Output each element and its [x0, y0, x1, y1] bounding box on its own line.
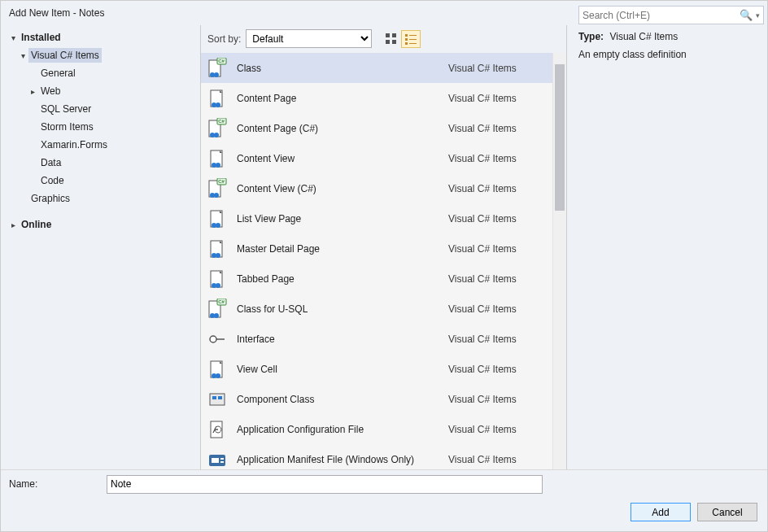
template-icon — [206, 328, 229, 351]
template-icon — [206, 448, 229, 470]
template-category: Visual C# Items — [448, 334, 546, 345]
svg-rect-50 — [210, 394, 225, 405]
sortby-select[interactable]: Default — [246, 29, 372, 48]
template-row[interactable]: InterfaceVisual C# Items — [201, 324, 552, 354]
list-icon — [405, 33, 417, 45]
svg-rect-2 — [386, 40, 390, 44]
svg-rect-57 — [220, 461, 224, 463]
tree-child[interactable]: SQL Server — [1, 100, 200, 118]
collapse-icon: ▾ — [7, 33, 19, 42]
tree-csharp-items[interactable]: ▾ Visual C# Items — [1, 46, 200, 64]
search-input[interactable] — [583, 10, 740, 21]
template-name: View Cell — [237, 364, 440, 375]
template-category: Visual C# Items — [448, 243, 546, 255]
svg-point-30 — [214, 193, 219, 198]
template-row[interactable]: C#ClassVisual C# Items — [201, 53, 552, 83]
svg-point-25 — [216, 163, 220, 168]
scrollbar-thumb[interactable] — [555, 64, 565, 211]
tree-child[interactable]: Code — [1, 172, 200, 190]
toolbar: Sort by: Default — [201, 25, 566, 53]
template-icon — [206, 238, 229, 260]
template-icon — [206, 268, 229, 290]
description: An empty class definition — [578, 49, 756, 60]
template-category: Visual C# Items — [448, 454, 546, 465]
type-label: Type: — [578, 31, 604, 42]
template-name: Application Configuration File — [237, 424, 440, 435]
add-button[interactable]: Add — [631, 503, 691, 521]
svg-point-49 — [216, 373, 220, 378]
search-icon: 🔍 — [740, 9, 753, 21]
center-pane: Sort by: Default C#ClassVisual C# ItemsC… — [200, 25, 567, 469]
tree-child[interactable]: ▸Web — [1, 82, 200, 100]
svg-point-39 — [216, 283, 220, 288]
template-icon — [206, 87, 229, 110]
template-name: Tabbed Page — [237, 273, 440, 285]
view-medium-icons[interactable] — [382, 30, 401, 48]
cancel-button[interactable]: Cancel — [697, 503, 757, 521]
svg-rect-1 — [392, 33, 396, 37]
template-row[interactable]: Content PageVisual C# Items — [201, 83, 552, 113]
svg-rect-9 — [409, 43, 417, 44]
svg-rect-52 — [218, 396, 222, 399]
template-row[interactable]: Content ViewVisual C# Items — [201, 143, 552, 173]
template-icon — [206, 418, 229, 441]
svg-rect-6 — [405, 38, 408, 41]
svg-point-17 — [216, 102, 220, 107]
template-row[interactable]: Master Detail PageVisual C# Items — [201, 233, 552, 264]
template-row[interactable]: C#Content Page (C#)Visual C# Items — [201, 113, 552, 143]
search-box[interactable]: 🔍 ▾ — [578, 6, 764, 24]
svg-point-36 — [216, 253, 220, 258]
template-name: List View Page — [237, 213, 440, 225]
template-name: Component Class — [237, 394, 440, 405]
tree-graphics[interactable]: ▸ Graphics — [1, 190, 200, 207]
main-area: ▾ Installed ▾ Visual C# Items General▸We… — [1, 25, 767, 469]
grid-icon — [386, 33, 397, 45]
search-dropdown-icon[interactable]: ▾ — [756, 11, 760, 20]
tree-child[interactable]: General — [1, 64, 200, 82]
sidebar: ▾ Installed ▾ Visual C# Items General▸We… — [1, 25, 200, 469]
template-row[interactable]: List View PageVisual C# Items — [201, 203, 552, 233]
svg-rect-5 — [409, 35, 417, 36]
template-icon: C# — [206, 298, 229, 321]
template-category: Visual C# Items — [448, 93, 546, 104]
template-name: Content Page (C#) — [237, 123, 440, 134]
template-category: Visual C# Items — [448, 273, 546, 285]
template-icon: C# — [206, 177, 229, 200]
tree-child[interactable]: Data — [1, 154, 200, 172]
svg-point-45 — [210, 336, 216, 342]
svg-rect-7 — [409, 39, 417, 40]
view-small-icons[interactable] — [401, 30, 421, 48]
scrollbar[interactable] — [552, 53, 566, 469]
tree-child[interactable]: Xamarin.Forms — [1, 136, 200, 154]
template-list[interactable]: C#ClassVisual C# ItemsContent PageVisual… — [201, 53, 552, 469]
template-row[interactable]: Application Configuration FileVisual C# … — [201, 414, 552, 444]
svg-point-44 — [214, 313, 219, 318]
template-icon: C# — [206, 117, 229, 140]
collapse-icon: ▾ — [17, 51, 28, 60]
template-row[interactable]: C#Class for U-SQLVisual C# Items — [201, 294, 552, 324]
svg-rect-3 — [392, 40, 396, 44]
svg-rect-55 — [212, 458, 219, 463]
template-category: Visual C# Items — [448, 303, 546, 315]
tree-installed[interactable]: ▾ Installed — [1, 28, 200, 46]
svg-rect-56 — [220, 458, 224, 460]
svg-rect-0 — [386, 33, 390, 37]
tree-child[interactable]: Storm Items — [1, 118, 200, 136]
template-row[interactable]: Component ClassVisual C# Items — [201, 384, 552, 414]
template-row[interactable]: Tabbed PageVisual C# Items — [201, 264, 552, 294]
tree-online[interactable]: ▸ Online — [1, 216, 200, 233]
expand-icon: ▸ — [7, 220, 19, 229]
svg-rect-8 — [405, 42, 408, 45]
template-name: Master Detail Page — [237, 243, 440, 255]
name-input[interactable] — [107, 475, 543, 494]
template-row[interactable]: C#Content View (C#)Visual C# Items — [201, 173, 552, 203]
type-value: Visual C# Items — [609, 31, 678, 42]
template-category: Visual C# Items — [448, 213, 546, 225]
template-row[interactable]: View CellVisual C# Items — [201, 354, 552, 384]
template-icon — [206, 207, 229, 230]
template-category: Visual C# Items — [448, 364, 546, 375]
name-label: Name: — [9, 478, 107, 490]
details-pane: 🔍 ▾ Type: Visual C# Items An empty class… — [567, 25, 767, 469]
template-row[interactable]: Application Manifest File (Windows Only)… — [201, 444, 552, 469]
template-category: Visual C# Items — [448, 424, 546, 435]
